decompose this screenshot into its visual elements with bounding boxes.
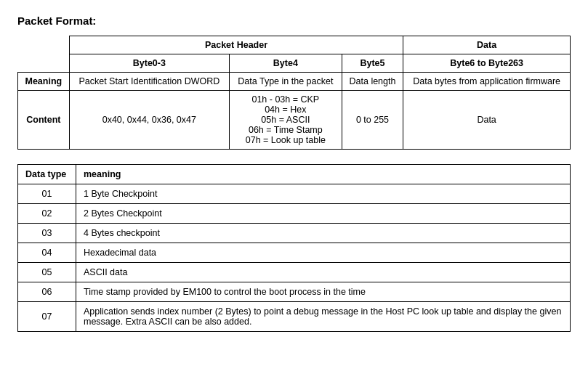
datatype-row: 034 Bytes checkpoint [18,224,571,243]
page-title: Packet Format: [17,15,571,27]
content-row: Content 0x40, 0x44, 0x36, 0x47 01h - 03h… [18,91,571,150]
datatype-col2-header: meaning [76,165,571,184]
datatype-row: 05ASCII data [18,263,571,282]
byte4-header: Byte4 [229,54,342,73]
packet-header-row1: Packet Header Data [18,36,571,54]
datatype-table: Data type meaning 011 Byte Checkpoint022… [17,164,571,332]
datatype-meaning-cell: Hexadecimal data [76,243,571,263]
content-byte5: 0 to 255 [342,91,403,150]
meaning-byte03: Packet Start Identification DWORD [69,73,229,91]
datatype-type-cell: 04 [18,243,76,263]
datatype-meaning-cell: Application sends index number (2 Bytes)… [76,302,571,332]
datatype-row: 04Hexadecimal data [18,243,571,263]
packet-header-label: Packet Header [69,36,403,54]
datatype-type-cell: 01 [18,184,76,204]
datatype-row: 011 Byte Checkpoint [18,184,571,204]
meaning-byte5: Data length [342,73,403,91]
datatype-row: 022 Bytes Checkpoint [18,204,571,224]
datatype-meaning-cell: 2 Bytes Checkpoint [76,204,571,224]
empty-cell [18,36,70,54]
content-byte4: 01h - 03h = CKP04h = Hex05h = ASCII06h =… [229,91,342,150]
content-byte6to263: Data [403,91,571,150]
packet-format-table: Packet Header Data Byte0-3 Byte4 Byte5 B… [17,36,571,150]
datatype-type-cell: 07 [18,302,76,332]
meaning-byte6to263: Data bytes from application firmware [403,73,571,91]
content-byte03: 0x40, 0x44, 0x36, 0x47 [69,91,229,150]
datatype-meaning-cell: 4 Bytes checkpoint [76,224,571,243]
data-header-label: Data [403,36,571,54]
datatype-header-row: Data type meaning [18,165,571,184]
datatype-meaning-cell: 1 Byte Checkpoint [76,184,571,204]
datatype-type-cell: 05 [18,263,76,282]
packet-header-row2: Byte0-3 Byte4 Byte5 Byte6 to Byte263 [18,54,571,73]
datatype-type-cell: 03 [18,224,76,243]
meaning-label: Meaning [18,73,70,91]
datatype-col1-header: Data type [18,165,76,184]
datatype-row: 07Application sends index number (2 Byte… [18,302,571,332]
datatype-type-cell: 02 [18,204,76,224]
byte6to263-header: Byte6 to Byte263 [403,54,571,73]
byte03-header: Byte0-3 [69,54,229,73]
datatype-meaning-cell: Time stamp provided by EM100 to control … [76,282,571,302]
datatype-type-cell: 06 [18,282,76,302]
content-label: Content [18,91,70,150]
datatype-row: 06Time stamp provided by EM100 to contro… [18,282,571,302]
meaning-byte4: Data Type in the packet [229,73,342,91]
empty-cell2 [18,54,70,73]
datatype-meaning-cell: ASCII data [76,263,571,282]
meaning-row: Meaning Packet Start Identification DWOR… [18,73,571,91]
byte5-header: Byte5 [342,54,403,73]
